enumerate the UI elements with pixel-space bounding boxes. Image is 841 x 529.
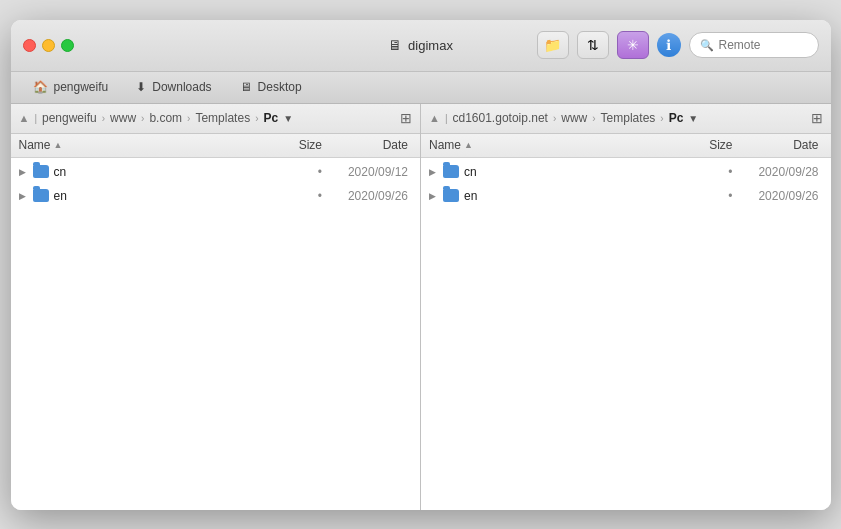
tab-label-pengweifu: pengweifu (54, 80, 109, 94)
left-grid-icon[interactable]: ⊞ (400, 110, 412, 126)
table-row[interactable]: ▶ cn • 2020/09/28 (421, 160, 831, 184)
file-name: en (54, 189, 263, 203)
left-name-label: Name (19, 138, 51, 152)
left-sep0: | (34, 113, 37, 124)
right-size-label: Size (709, 138, 732, 152)
left-sort-icon: ▲ (19, 112, 30, 124)
right-sort-icon: ▲ (429, 112, 440, 124)
tab-downloads[interactable]: ⬇ Downloads (124, 75, 223, 99)
expand-arrow-icon[interactable]: ▶ (19, 191, 33, 201)
file-date: 2020/09/26 (733, 189, 823, 203)
snowflake-button[interactable]: ✳ (617, 31, 649, 59)
right-sep0: | (445, 113, 448, 124)
left-col-date[interactable]: Date (322, 138, 412, 152)
left-bc-2[interactable]: www (110, 111, 136, 125)
left-dropdown-icon[interactable]: ▼ (283, 113, 293, 124)
file-name: cn (464, 165, 673, 179)
left-bc-3[interactable]: b.com (149, 111, 182, 125)
table-row[interactable]: ▶ en • 2020/09/26 (11, 184, 421, 208)
left-col-headers: Name ▲ Size Date (11, 134, 421, 158)
folder-icon (33, 165, 49, 178)
window-icon: 🖥 (388, 37, 402, 53)
right-col-size[interactable]: Size (673, 138, 733, 152)
left-bc-1[interactable]: pengweifu (42, 111, 97, 125)
table-row[interactable]: ▶ cn • 2020/09/12 (11, 160, 421, 184)
minimize-button[interactable] (42, 39, 55, 52)
right-grid-icon[interactable]: ⊞ (811, 110, 823, 126)
left-arrow2: › (141, 113, 144, 124)
tab-pengweifu[interactable]: 🏠 pengweifu (21, 75, 121, 99)
expand-arrow-icon[interactable]: ▶ (429, 191, 443, 201)
right-name-sort: ▲ (464, 140, 473, 150)
right-arrow2: › (592, 113, 595, 124)
tab-label-downloads: Downloads (152, 80, 211, 94)
window-title-text: digimax (408, 38, 453, 53)
folder-icon (33, 189, 49, 202)
left-date-label: Date (383, 138, 408, 152)
file-name: en (464, 189, 673, 203)
left-pane: ▲ | pengweifu › www › b.com › Templates … (11, 104, 421, 510)
left-file-list: ▶ cn • 2020/09/12 ▶ en • 2020/09/26 (11, 158, 421, 510)
left-name-sort: ▲ (54, 140, 63, 150)
table-row[interactable]: ▶ en • 2020/09/26 (421, 184, 831, 208)
folder-button[interactable]: 📁 (537, 31, 569, 59)
titlebar: 🖥 digimax 📁 ⇅ ✳ ℹ 🔍 (11, 20, 831, 72)
right-breadcrumb: ▲ | cd1601.gotoip.net › www › Templates … (421, 104, 831, 134)
right-bc-current: Pc (669, 111, 684, 125)
file-name: cn (54, 165, 263, 179)
right-col-name[interactable]: Name ▲ (429, 138, 673, 152)
right-pane: ▲ | cd1601.gotoip.net › www › Templates … (420, 104, 831, 510)
info-button[interactable]: ℹ (657, 33, 681, 57)
snowflake-icon: ✳ (627, 37, 639, 53)
file-size: • (673, 165, 733, 179)
file-date: 2020/09/28 (733, 165, 823, 179)
right-bc-2[interactable]: www (561, 111, 587, 125)
traffic-lights (23, 39, 74, 52)
expand-arrow-icon[interactable]: ▶ (19, 167, 33, 177)
right-bc-3[interactable]: Templates (601, 111, 656, 125)
download-icon: ⬇ (136, 80, 146, 94)
expand-arrow-icon[interactable]: ▶ (429, 167, 443, 177)
search-input[interactable] (719, 38, 808, 52)
left-breadcrumb: ▲ | pengweifu › www › b.com › Templates … (11, 104, 421, 134)
right-file-list: ▶ cn • 2020/09/28 ▶ en • 2020/09/26 (421, 158, 831, 510)
sync-button[interactable]: ⇅ (577, 31, 609, 59)
tab-desktop[interactable]: 🖥 Desktop (228, 75, 314, 99)
right-name-label: Name (429, 138, 461, 152)
right-arrow1: › (553, 113, 556, 124)
search-icon: 🔍 (700, 39, 714, 52)
home-icon: 🏠 (33, 80, 48, 94)
app-window: 🖥 digimax 📁 ⇅ ✳ ℹ 🔍 🏠 pengwei (11, 20, 831, 510)
window-title: 🖥 digimax (388, 37, 453, 53)
right-arrow3: › (660, 113, 663, 124)
file-size: • (262, 189, 322, 203)
desktop-icon: 🖥 (240, 80, 252, 94)
left-col-size[interactable]: Size (262, 138, 322, 152)
folder-icon: 📁 (544, 37, 561, 53)
tab-label-desktop: Desktop (258, 80, 302, 94)
toolbar-right: 📁 ⇅ ✳ ℹ 🔍 (537, 31, 819, 59)
info-icon: ℹ (666, 37, 671, 53)
left-arrow3: › (187, 113, 190, 124)
file-size: • (262, 165, 322, 179)
left-bc-current: Pc (263, 111, 278, 125)
right-bc-1[interactable]: cd1601.gotoip.net (453, 111, 548, 125)
right-col-headers: Name ▲ Size Date (421, 134, 831, 158)
tabs-bar: 🏠 pengweifu ⬇ Downloads 🖥 Desktop (11, 72, 831, 104)
right-dropdown-icon[interactable]: ▼ (688, 113, 698, 124)
search-box[interactable]: 🔍 (689, 32, 819, 58)
folder-icon (443, 165, 459, 178)
left-col-name[interactable]: Name ▲ (19, 138, 263, 152)
close-button[interactable] (23, 39, 36, 52)
file-date: 2020/09/12 (322, 165, 412, 179)
maximize-button[interactable] (61, 39, 74, 52)
left-bc-4[interactable]: Templates (195, 111, 250, 125)
arrows-icon: ⇅ (587, 37, 599, 53)
file-date: 2020/09/26 (322, 189, 412, 203)
main-content: ▲ | pengweifu › www › b.com › Templates … (11, 104, 831, 510)
file-size: • (673, 189, 733, 203)
folder-icon (443, 189, 459, 202)
left-arrow4: › (255, 113, 258, 124)
right-col-date[interactable]: Date (733, 138, 823, 152)
left-arrow1: › (102, 113, 105, 124)
